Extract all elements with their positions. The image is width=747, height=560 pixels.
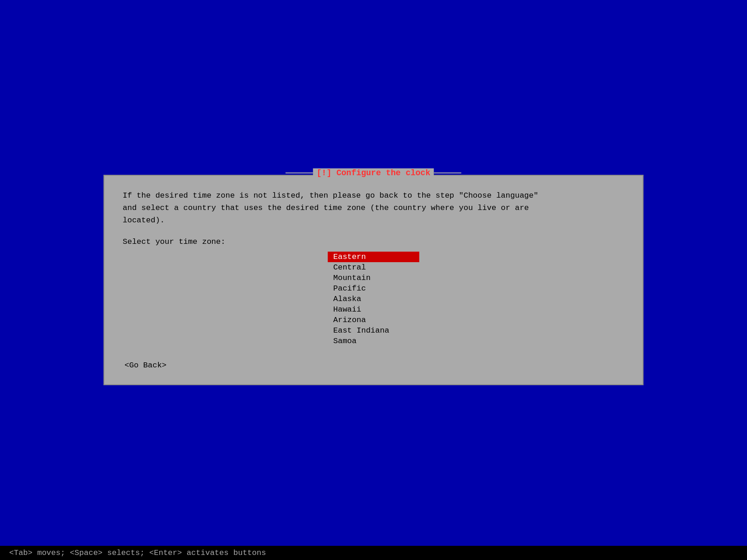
dialog-box: [!] Configure the clock If the desired t… [103, 175, 644, 386]
title-line-left [286, 172, 313, 173]
title-line-right [434, 172, 461, 173]
description-line1: If the desired time zone is not listed, … [123, 191, 538, 200]
dialog-content: If the desired time zone is not listed, … [104, 176, 643, 385]
timezone-item-hawaii[interactable]: Hawaii [328, 304, 419, 315]
screen-wrapper: [!] Configure the clock If the desired t… [0, 0, 747, 560]
select-label: Select your time zone: [123, 237, 624, 246]
status-bar: <Tab> moves; <Space> selects; <Enter> ac… [0, 546, 747, 560]
go-back-button[interactable]: <Go Back> [123, 360, 168, 371]
timezone-item-samoa[interactable]: Samoa [328, 336, 419, 346]
description-line3: located). [123, 216, 165, 225]
dialog-title-bar: [!] Configure the clock [286, 168, 461, 178]
timezone-list-container: EasternCentralMountainPacificAlaskaHawai… [123, 252, 624, 346]
description-line2: and select a country that uses the desir… [123, 204, 529, 212]
timezone-item-mountain[interactable]: Mountain [328, 273, 419, 283]
timezone-item-central[interactable]: Central [328, 262, 419, 273]
timezone-item-pacific[interactable]: Pacific [328, 283, 419, 294]
description-text: If the desired time zone is not listed, … [123, 189, 624, 227]
button-row: <Go Back> [123, 360, 624, 375]
timezone-item-arizona[interactable]: Arizona [328, 315, 419, 325]
timezone-item-east-indiana[interactable]: East Indiana [328, 325, 419, 336]
dialog-title: [!] Configure the clock [313, 168, 434, 178]
timezone-item-eastern[interactable]: Eastern [328, 252, 419, 262]
timezone-item-alaska[interactable]: Alaska [328, 294, 419, 304]
timezone-list[interactable]: EasternCentralMountainPacificAlaskaHawai… [328, 252, 419, 346]
